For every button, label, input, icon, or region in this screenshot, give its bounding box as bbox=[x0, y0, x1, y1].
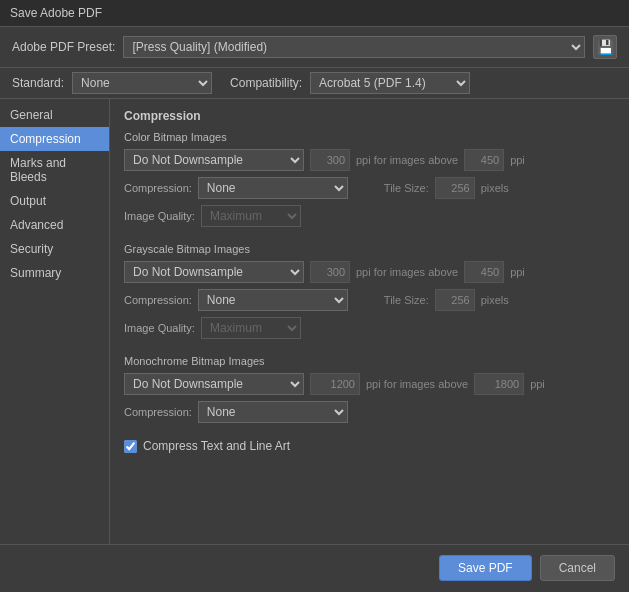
gray-compression-select[interactable]: None Automatic (JPEG) JPEG JPEG 2000 ZIP bbox=[198, 289, 348, 311]
standard-select[interactable]: None PDF/X-1a PDF/X-3 bbox=[72, 72, 212, 94]
color-downsample-select[interactable]: Do Not Downsample Average Downsampling T… bbox=[124, 149, 304, 171]
title-bar: Save Adobe PDF bbox=[0, 0, 629, 27]
sidebar-item-advanced[interactable]: Advanced bbox=[0, 213, 109, 237]
mono-compression-select[interactable]: None CCITT Group 3 CCITT Group 4 ZIP Run… bbox=[198, 401, 348, 423]
color-ppi-input[interactable] bbox=[310, 149, 350, 171]
gray-downsample-select[interactable]: Do Not Downsample Average Downsampling T… bbox=[124, 261, 304, 283]
gray-tile-input[interactable] bbox=[435, 289, 475, 311]
section-title: Compression bbox=[124, 109, 615, 123]
color-downsample-row: Do Not Downsample Average Downsampling T… bbox=[124, 149, 615, 171]
mono-ppi-input[interactable] bbox=[310, 373, 360, 395]
compress-text-row: Compress Text and Line Art bbox=[124, 439, 615, 453]
color-quality-select[interactable]: Maximum High Medium bbox=[201, 205, 301, 227]
footer: Save PDF Cancel bbox=[0, 544, 629, 591]
dialog: Adobe PDF Preset: [Press Quality] (Modif… bbox=[0, 27, 629, 591]
gray-ppi-unit: ppi bbox=[510, 266, 525, 278]
gray-tile-unit: pixels bbox=[481, 294, 509, 306]
color-quality-row: Image Quality: Maximum High Medium bbox=[124, 205, 615, 227]
sidebar-item-marks-bleeds[interactable]: Marks and Bleeds bbox=[0, 151, 109, 189]
gray-quality-label: Image Quality: bbox=[124, 322, 195, 334]
save-preset-button[interactable]: 💾 bbox=[593, 35, 617, 59]
cancel-button[interactable]: Cancel bbox=[540, 555, 615, 581]
gray-compression-row: Compression: None Automatic (JPEG) JPEG … bbox=[124, 289, 615, 311]
mono-downsample-row: Do Not Downsample Average Downsampling T… bbox=[124, 373, 615, 395]
color-tile-unit: pixels bbox=[481, 182, 509, 194]
mono-downsample-select[interactable]: Do Not Downsample Average Downsampling T… bbox=[124, 373, 304, 395]
sidebar-item-output[interactable]: Output bbox=[0, 189, 109, 213]
gray-quality-select[interactable]: Maximum High Medium bbox=[201, 317, 301, 339]
grayscale-bitmap-section: Grayscale Bitmap Images Do Not Downsampl… bbox=[124, 243, 615, 339]
monochrome-bitmap-title: Monochrome Bitmap Images bbox=[124, 355, 615, 367]
grayscale-bitmap-title: Grayscale Bitmap Images bbox=[124, 243, 615, 255]
compress-text-checkbox[interactable] bbox=[124, 440, 137, 453]
sidebar: General Compression Marks and Bleeds Out… bbox=[0, 99, 110, 544]
sidebar-item-compression[interactable]: Compression bbox=[0, 127, 109, 151]
gray-ppi-above-input[interactable] bbox=[464, 261, 504, 283]
save-pdf-button[interactable]: Save PDF bbox=[439, 555, 532, 581]
gray-compression-label: Compression: bbox=[124, 294, 192, 306]
title-text: Save Adobe PDF bbox=[10, 6, 102, 20]
color-compression-label: Compression: bbox=[124, 182, 192, 194]
mono-ppi-above-input[interactable] bbox=[474, 373, 524, 395]
color-ppi-above-input[interactable] bbox=[464, 149, 504, 171]
mono-ppi-unit: ppi bbox=[530, 378, 545, 390]
mono-ppi-above-label: ppi for images above bbox=[366, 378, 468, 390]
color-tile-input[interactable] bbox=[435, 177, 475, 199]
sidebar-item-security[interactable]: Security bbox=[0, 237, 109, 261]
compress-text-label[interactable]: Compress Text and Line Art bbox=[143, 439, 290, 453]
standard-compatibility-row: Standard: None PDF/X-1a PDF/X-3 Compatib… bbox=[0, 68, 629, 99]
preset-select[interactable]: [Press Quality] (Modified) bbox=[123, 36, 585, 58]
compatibility-select[interactable]: Acrobat 4 (PDF 1.3) Acrobat 5 (PDF 1.4) … bbox=[310, 72, 470, 94]
color-bitmap-section: Color Bitmap Images Do Not Downsample Av… bbox=[124, 131, 615, 227]
mono-compression-row: Compression: None CCITT Group 3 CCITT Gr… bbox=[124, 401, 615, 423]
preset-label: Adobe PDF Preset: bbox=[12, 40, 115, 54]
color-compression-select[interactable]: None Automatic (JPEG) JPEG JPEG 2000 ZIP bbox=[198, 177, 348, 199]
gray-ppi-above-label: ppi for images above bbox=[356, 266, 458, 278]
color-compression-row: Compression: None Automatic (JPEG) JPEG … bbox=[124, 177, 615, 199]
sidebar-item-general[interactable]: General bbox=[0, 103, 109, 127]
sidebar-item-summary[interactable]: Summary bbox=[0, 261, 109, 285]
color-ppi-unit: ppi bbox=[510, 154, 525, 166]
standard-label: Standard: bbox=[12, 76, 64, 90]
preset-row: Adobe PDF Preset: [Press Quality] (Modif… bbox=[0, 27, 629, 68]
monochrome-bitmap-section: Monochrome Bitmap Images Do Not Downsamp… bbox=[124, 355, 615, 423]
gray-ppi-input[interactable] bbox=[310, 261, 350, 283]
gray-downsample-row: Do Not Downsample Average Downsampling T… bbox=[124, 261, 615, 283]
mono-compression-label: Compression: bbox=[124, 406, 192, 418]
color-quality-label: Image Quality: bbox=[124, 210, 195, 222]
color-ppi-above-label: ppi for images above bbox=[356, 154, 458, 166]
color-bitmap-title: Color Bitmap Images bbox=[124, 131, 615, 143]
compatibility-label: Compatibility: bbox=[230, 76, 302, 90]
content-area: Compression Color Bitmap Images Do Not D… bbox=[110, 99, 629, 544]
color-tile-label: Tile Size: bbox=[384, 182, 429, 194]
gray-tile-label: Tile Size: bbox=[384, 294, 429, 306]
main-content: General Compression Marks and Bleeds Out… bbox=[0, 99, 629, 544]
gray-quality-row: Image Quality: Maximum High Medium bbox=[124, 317, 615, 339]
